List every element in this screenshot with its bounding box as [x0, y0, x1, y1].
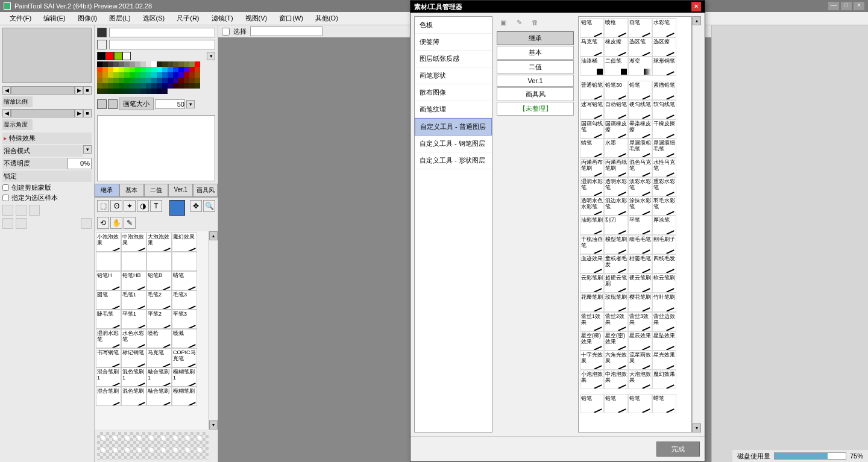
brush-grid-item[interactable]: 小泡泡效果 [580, 370, 604, 389]
palette-cell[interactable] [189, 78, 195, 83]
palette-cell[interactable] [168, 78, 173, 83]
palette-cell[interactable] [119, 67, 124, 72]
brush-grid-item[interactable]: 喷枪 [604, 18, 628, 37]
palette-cell[interactable] [124, 89, 130, 94]
brush-grid-item[interactable]: 硬勾线笔 [628, 100, 652, 119]
group-button[interactable]: Ver.1 [497, 75, 574, 87]
brush-grid-item[interactable]: 四线毛发 [652, 254, 676, 273]
category-item[interactable]: 画笔纹理 [415, 101, 492, 118]
menu-item[interactable]: 滤镜(T) [206, 14, 239, 23]
blend-mode-dropdown[interactable]: ▾ [83, 145, 92, 154]
brush-grid-item[interactable]: 玫瑰笔刷 [604, 293, 628, 312]
brush-grid-item[interactable]: 流星雨效果 [628, 351, 652, 370]
brush-grid-item[interactable]: 油漆桶 [580, 57, 604, 76]
brush-grid-item[interactable]: 铅笔 [628, 81, 652, 100]
palette-cell[interactable] [119, 83, 124, 89]
brush-grid-item[interactable]: 樱花笔刷 [628, 293, 652, 312]
palette-cell[interactable] [146, 61, 151, 67]
palette-cell[interactable] [178, 61, 184, 67]
brush-grid-item[interactable]: 枯萎毛笔 [628, 254, 652, 273]
color-input-2[interactable] [109, 40, 215, 49]
brush-grid-item[interactable]: 蕾丝1效果 [580, 312, 604, 331]
brush-grid-item[interactable]: 超硬云笔刷 [604, 273, 628, 293]
palette-cell[interactable] [102, 89, 108, 94]
palette-cell[interactable] [146, 72, 151, 78]
palette-cell[interactable] [102, 61, 108, 67]
minimize-button[interactable]: — [828, 2, 839, 10]
menu-item[interactable]: 编辑(E) [37, 14, 72, 23]
delete-layer-icon[interactable] [81, 218, 92, 229]
brush-grid-item[interactable]: 软云笔刷 [652, 273, 676, 293]
palette-cell[interactable] [124, 83, 130, 89]
brush-grid-item[interactable]: 大泡泡效果 [628, 370, 652, 389]
palette-cell[interactable] [97, 78, 102, 83]
special-effects-header[interactable]: 特殊效果 [2, 133, 92, 144]
maximize-button[interactable]: □ [841, 2, 852, 10]
brush-item[interactable]: 马克笔 [146, 348, 172, 367]
category-item[interactable]: 自定义工具 - 形状图层 [415, 152, 492, 169]
brush-item[interactable]: 喷溅 [172, 329, 197, 348]
category-item[interactable]: 散布图像 [415, 84, 492, 101]
brush-grid-item[interactable]: 淡彩水彩笔 [628, 177, 652, 196]
brush-grid-item[interactable]: 花瓣笔刷 [580, 293, 604, 312]
angle-plus[interactable]: ▶ [75, 109, 83, 117]
brush-list-scrollbar[interactable]: ▴▾ [209, 231, 218, 429]
move-icon[interactable]: ✥ [190, 200, 202, 212]
brush-item[interactable] [121, 252, 146, 271]
brush-grid-item[interactable]: 干橡皮擦 [652, 119, 676, 139]
menu-item[interactable]: 视图(V) [239, 14, 274, 23]
brush-grid-item[interactable]: 干梳油画笔 [580, 235, 604, 254]
palette-cell[interactable] [151, 83, 157, 89]
palette-cell[interactable] [108, 61, 113, 67]
brush-item[interactable]: 铅笔H [96, 271, 121, 290]
fg-color-icon[interactable] [97, 28, 107, 37]
palette-cell[interactable] [113, 83, 119, 89]
swatch[interactable] [122, 52, 131, 60]
palette-cell[interactable] [130, 72, 135, 78]
brush-grid-item[interactable]: 油彩笔刷 [580, 216, 604, 235]
palette-cell[interactable] [140, 67, 146, 72]
palette-cell[interactable] [173, 61, 178, 67]
brush-grid-item[interactable]: 画笔 [628, 18, 652, 37]
brush-grid-item[interactable]: 透明水彩笔 [604, 177, 628, 196]
brush-grid-item[interactable]: 星辰效果 [628, 331, 652, 351]
palette-cell[interactable] [135, 83, 140, 89]
brush-item[interactable]: 铅笔HB [121, 271, 146, 290]
palette-cell[interactable] [119, 89, 124, 94]
brush-item[interactable]: 模糊笔刷1 [172, 367, 197, 387]
brush-grid-item[interactable]: 刚毛刷子 [652, 235, 676, 254]
palette-cell[interactable] [173, 67, 178, 72]
modal-close-button[interactable]: × [691, 2, 701, 11]
new-group-icon[interactable]: ▣ [498, 19, 508, 28]
palette-cell[interactable] [124, 61, 130, 67]
brush-item[interactable]: 融合笔刷1 [146, 367, 172, 387]
brush-grid-item[interactable]: 平笔 [628, 216, 652, 235]
menu-item[interactable]: 图层(L) [103, 14, 136, 23]
palette-cell[interactable] [178, 83, 184, 89]
brush-grid-item[interactable]: 铅笔 [604, 394, 628, 413]
brush-item[interactable]: 混合笔刷1 [96, 367, 121, 387]
edit-group-icon[interactable]: ✎ [514, 19, 524, 28]
palette-cell[interactable] [130, 83, 135, 89]
brush-grid-item[interactable]: 屋漏痕细毛笔 [652, 139, 676, 158]
brush-item[interactable]: 平笔2 [146, 310, 172, 329]
merge-down-icon[interactable] [2, 218, 13, 229]
palette-cell[interactable] [130, 89, 135, 94]
current-color[interactable] [169, 200, 185, 216]
brush-grid-item[interactable]: 蕾丝2效果 [604, 312, 628, 331]
lasso-icon[interactable]: ʘ [110, 200, 122, 212]
brush-item[interactable]: 混合笔刷 [96, 387, 121, 406]
text-icon[interactable]: T [150, 200, 162, 212]
palette-cell[interactable] [140, 72, 146, 78]
palette-cell[interactable] [162, 89, 168, 94]
done-button[interactable]: 完成 [656, 442, 700, 457]
rect-select-icon[interactable]: ⬚ [97, 200, 109, 212]
brush-grid-item[interactable]: 童或者毛发 [604, 254, 628, 273]
brush-grid-item[interactable]: 橡皮擦 [604, 37, 628, 57]
palette-cell[interactable] [162, 61, 168, 67]
eyedropper-icon[interactable]: ✎ [124, 217, 136, 229]
brush-grid-item[interactable]: 中泡泡效果 [604, 370, 628, 389]
brush-grid-item[interactable]: 水性马克笔 [652, 158, 676, 177]
palette-cell[interactable] [189, 67, 195, 72]
brush-item[interactable]: 平笔1 [121, 310, 146, 329]
